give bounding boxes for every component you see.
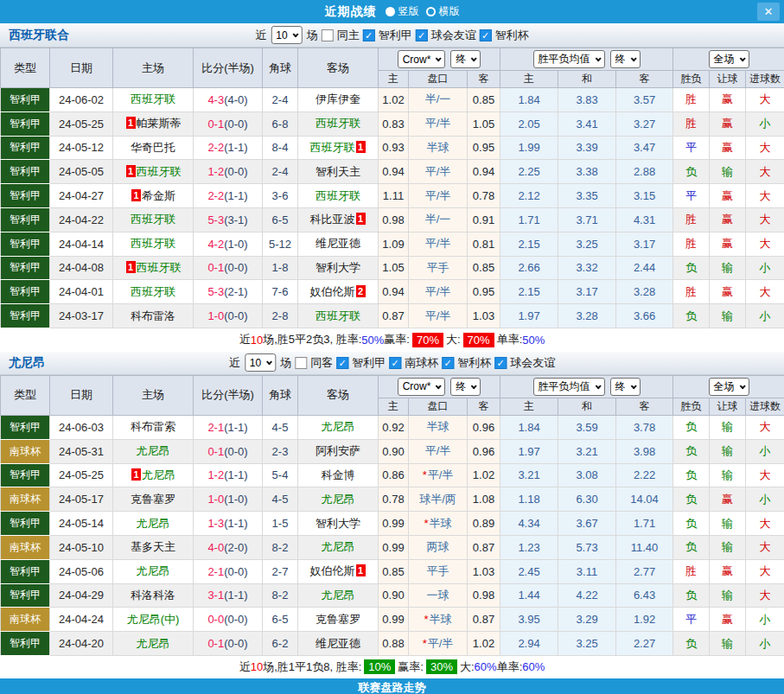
league-filter-checkbox-1[interactable]: ✓ xyxy=(389,357,401,369)
scope-select[interactable]: 全场 xyxy=(709,50,749,68)
odds-handicap: 平/半 xyxy=(409,184,468,208)
odds-group-selects: Crow*终 xyxy=(379,50,500,68)
result-outcome: 胜 xyxy=(673,280,710,304)
away-team[interactable]: 阿利安萨 xyxy=(298,439,379,463)
away-team[interactable]: 智利大学 xyxy=(298,256,379,280)
match-count-select[interactable]: 10 xyxy=(245,353,276,372)
home-team[interactable]: 西班牙联 xyxy=(113,88,194,112)
team-label: 尤尼昂 xyxy=(322,540,355,553)
avg-type-select[interactable]: 胜平负均值 xyxy=(533,378,605,396)
away-team[interactable]: 维尼亚德 xyxy=(298,632,379,656)
summary-segment: 赢率: xyxy=(398,659,424,675)
odds-home: 0.93 xyxy=(379,136,409,160)
away-team[interactable]: 尤尼昂 xyxy=(298,415,379,439)
red-card-badge: 1 xyxy=(131,189,141,201)
home-team[interactable]: 科布雷洛 xyxy=(113,304,194,328)
away-team[interactable]: 科比亚波1 xyxy=(298,207,379,232)
avg-away: 3.17 xyxy=(616,232,673,256)
avg-home: 1.23 xyxy=(500,535,558,559)
fulltime-score: 0-1 xyxy=(207,445,224,458)
result-handicap: 输 xyxy=(710,439,746,463)
league-filter-checkbox-3[interactable]: ✓ xyxy=(494,357,507,369)
odds-home: 0.94 xyxy=(379,160,409,184)
away-team[interactable]: 科金博 xyxy=(298,463,379,487)
away-team[interactable]: 伊库伊奎 xyxy=(298,88,379,112)
result-goals: 小 xyxy=(746,304,784,328)
league-filter-checkbox-1[interactable]: ✓ xyxy=(416,29,428,41)
odds-stage-select[interactable]: 终 xyxy=(450,50,481,68)
home-team[interactable]: 1西班牙联 xyxy=(113,256,194,280)
league-filter-checkbox-0[interactable]: ✓ xyxy=(336,357,348,369)
away-team[interactable]: 奴伯伦斯2 xyxy=(298,280,379,304)
league-trend-bar[interactable]: 联赛盘路走势 xyxy=(0,678,784,694)
corner-score: 8-4 xyxy=(263,136,298,160)
home-team[interactable]: 基多天主 xyxy=(113,535,194,559)
odds-source-select[interactable]: Crow* xyxy=(398,50,446,68)
home-team[interactable]: 1西班牙联 xyxy=(113,160,194,184)
home-team[interactable]: 尤尼昂 xyxy=(113,439,194,463)
league-filter-checkbox-2[interactable]: ✓ xyxy=(442,357,454,369)
match-count-select[interactable]: 10 xyxy=(271,26,302,44)
scope-select[interactable]: 全场 xyxy=(709,378,749,396)
league-type: 智利甲 xyxy=(1,232,50,256)
avg-stage-select[interactable]: 终 xyxy=(610,50,641,68)
venue-filter-checkbox[interactable] xyxy=(295,357,307,369)
home-team[interactable]: 1帕莱斯蒂 xyxy=(113,111,194,136)
home-team[interactable]: 华奇巴托 xyxy=(113,136,194,160)
home-team[interactable]: 克鲁塞罗 xyxy=(113,487,194,512)
window-title: 近期战绩 xyxy=(325,4,377,20)
league-filter-checkbox-0[interactable]: ✓ xyxy=(363,29,375,41)
venue-filter-checkbox[interactable] xyxy=(322,29,334,41)
home-team[interactable]: 尤尼昂 xyxy=(113,512,194,536)
away-team[interactable]: 克鲁塞罗 xyxy=(298,608,379,632)
league-filter-label-0: 智利甲 xyxy=(379,28,412,43)
away-team[interactable]: 尤尼昂 xyxy=(298,535,379,559)
away-team[interactable]: 智利天主 xyxy=(298,160,379,184)
away-team[interactable]: 西班牙联1 xyxy=(298,136,379,160)
home-team[interactable]: 科布雷索 xyxy=(113,415,194,439)
match-row: 智利甲24-05-251帕莱斯蒂0-1(0-0)6-8西班牙联0.83平/半1.… xyxy=(1,111,784,136)
avg-home: 1.44 xyxy=(500,583,558,608)
home-team[interactable]: 西班牙联 xyxy=(113,280,194,304)
home-team[interactable]: 1希金斯 xyxy=(113,184,194,208)
result-goals: 大 xyxy=(746,583,784,608)
away-team[interactable]: 西班牙联 xyxy=(298,304,379,328)
home-team[interactable]: 科洛科洛 xyxy=(113,583,194,608)
away-team[interactable]: 尤尼昂 xyxy=(298,583,379,608)
away-team[interactable]: 尤尼昂 xyxy=(298,487,379,512)
away-team[interactable]: 西班牙联 xyxy=(298,111,379,136)
away-team[interactable]: 西班牙联 xyxy=(298,184,379,208)
away-team[interactable]: 奴伯伦斯1 xyxy=(298,559,379,583)
orientation-radio-1[interactable] xyxy=(426,7,436,16)
close-button[interactable]: ✕ xyxy=(757,3,780,21)
avg-home: 1.97 xyxy=(500,439,558,463)
orientation-radio-0[interactable] xyxy=(386,7,395,16)
match-date: 24-05-06 xyxy=(50,559,113,583)
home-team[interactable]: 尤尼昂(中) xyxy=(113,608,194,632)
league-filter-checkbox-2[interactable]: ✓ xyxy=(480,29,492,41)
odds-home: 0.86 xyxy=(379,463,409,487)
home-team[interactable]: 1尤尼昂 xyxy=(113,463,194,487)
header-avg-sub-1: 和 xyxy=(558,71,616,88)
avg-draw: 4.22 xyxy=(558,583,616,608)
avg-stage-select[interactable]: 终 xyxy=(610,378,641,396)
away-team[interactable]: 智利大学 xyxy=(298,512,379,536)
header-odds-sub-1: 盘口 xyxy=(409,71,468,88)
odds-source-select[interactable]: Crow* xyxy=(398,378,446,396)
home-team[interactable]: 西班牙联 xyxy=(113,207,194,232)
home-team[interactable]: 西班牙联 xyxy=(113,232,194,256)
match-score: 1-0(0-0) xyxy=(194,304,263,328)
avg-type-select[interactable]: 胜平负均值 xyxy=(533,50,605,68)
home-team[interactable]: 尤尼昂 xyxy=(113,559,194,583)
match-row: 智利甲24-05-051西班牙联1-2(0-0)2-4智利天主0.94平/半0.… xyxy=(1,160,784,184)
result-goals: 大 xyxy=(746,160,784,184)
match-count-select-value: 10 xyxy=(250,357,261,369)
avg-draw: 3.08 xyxy=(558,463,616,487)
scope-group-selects: 全场 xyxy=(673,50,784,68)
result-outcome: 负 xyxy=(673,439,710,463)
odds-away: 0.94 xyxy=(468,160,500,184)
odds-stage-select[interactable]: 终 xyxy=(450,378,481,396)
odds-handicap: 一球 xyxy=(409,583,468,608)
home-team[interactable]: 尤尼昂 xyxy=(113,632,194,656)
away-team[interactable]: 维尼亚德 xyxy=(298,232,379,256)
